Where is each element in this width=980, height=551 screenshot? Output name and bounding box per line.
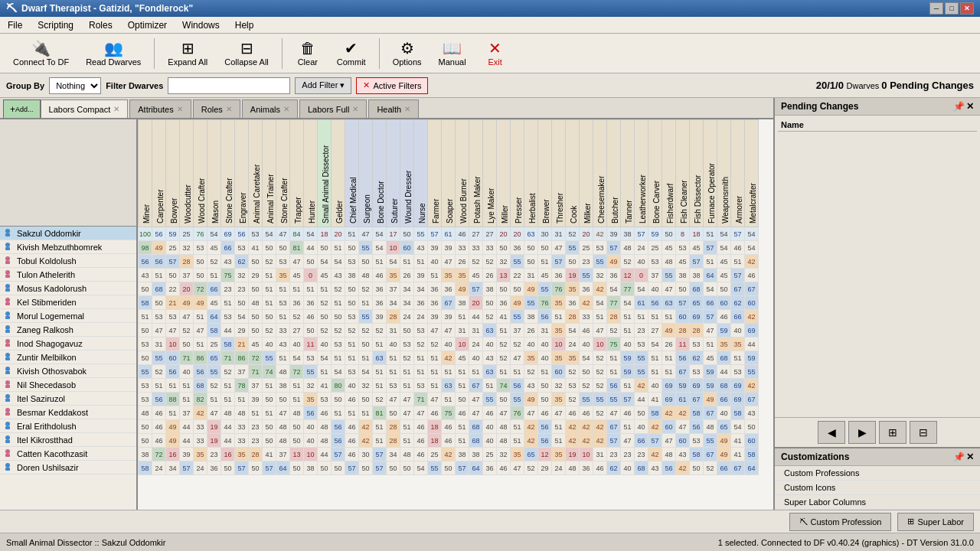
grid-cell[interactable]: 76 (538, 296, 552, 310)
grid-cell[interactable]: 34 (387, 296, 400, 310)
col-header-weaponsmith[interactable]: Weaponsmith (717, 120, 731, 227)
grid-cell[interactable]: 56 (332, 420, 345, 434)
grid-cell[interactable]: 23 (580, 255, 593, 269)
grid-cell[interactable]: 53 (690, 434, 704, 448)
grid-cell[interactable]: 47 (552, 241, 566, 255)
grid-cell[interactable]: 32 (180, 241, 194, 255)
grid-cell[interactable]: 56 (152, 393, 166, 406)
grid-cell[interactable]: 42 (745, 379, 759, 393)
grid-cell[interactable]: 54 (414, 461, 428, 475)
grid-cell[interactable]: 34 (414, 282, 428, 296)
grid-cell[interactable]: 48 (497, 420, 511, 434)
grid-cell[interactable]: 51 (456, 434, 469, 448)
col-header-miner[interactable]: Miner (139, 120, 152, 227)
grid-cell[interactable]: 50 (745, 420, 759, 434)
grid-cell[interactable]: 51 (290, 379, 304, 393)
grid-cell[interactable]: 31 (152, 337, 166, 351)
grid-cell[interactable]: 46 (414, 434, 428, 448)
grid-cell[interactable]: 50 (359, 255, 373, 269)
grid-cell[interactable]: 53 (152, 310, 166, 324)
grid-cell[interactable]: 54 (566, 324, 580, 337)
grid-cell[interactable]: 42 (580, 420, 593, 434)
grid-cell[interactable]: 42 (580, 296, 593, 310)
grid-cell[interactable]: 28 (387, 434, 400, 448)
col-header-gelder[interactable]: Gelder (332, 120, 345, 227)
grid-cell[interactable]: 36 (442, 282, 456, 296)
grid-cell[interactable]: 47 (662, 434, 676, 448)
grid-cell[interactable]: 57 (180, 461, 194, 475)
grid-cell[interactable]: 53 (387, 379, 400, 393)
grid-cell[interactable]: 57 (648, 434, 662, 448)
grid-cell[interactable]: 63 (483, 365, 497, 379)
grid-cell[interactable]: 53 (139, 393, 152, 406)
grid-cell[interactable]: 42 (524, 434, 538, 448)
grid-cell[interactable]: 50 (263, 420, 276, 434)
grid-cell[interactable]: 51 (194, 337, 207, 351)
grid-cell[interactable]: 42 (635, 379, 648, 393)
col-header-tanner[interactable]: Tanner (621, 120, 635, 227)
grid-cell[interactable]: 47 (469, 393, 483, 406)
grid-cell[interactable]: 60 (676, 310, 690, 324)
grid-cell[interactable]: 36 (290, 296, 304, 310)
grid-cell[interactable]: 42 (194, 406, 207, 420)
grid-cell[interactable]: 18 (318, 227, 332, 241)
grid-cell[interactable]: 53 (345, 310, 359, 324)
grid-cell[interactable]: 74 (497, 379, 511, 393)
grid-cell[interactable]: 50 (332, 310, 345, 324)
grid-cell[interactable]: 37 (180, 269, 194, 282)
grid-cell[interactable]: 11 (676, 337, 690, 351)
grid-cell[interactable]: 67 (745, 393, 759, 406)
col-header-furnace-operator[interactable]: Furnace Operator (704, 120, 717, 227)
col-header-presser[interactable]: Presser (511, 120, 524, 227)
grid-cell[interactable]: 39 (442, 310, 456, 324)
dwarf-row[interactable]: Inod Shagogavuz (0, 337, 136, 350)
grid-cell[interactable]: 53 (318, 393, 332, 406)
grid-cell[interactable]: 46 (304, 310, 318, 324)
grid-cell[interactable]: 40 (731, 324, 745, 337)
grid-cell[interactable]: 66 (717, 393, 731, 406)
active-filters-button[interactable]: ✕ Active Filters (356, 77, 428, 94)
grid-cell[interactable]: 48 (318, 420, 332, 434)
close-button[interactable]: ✕ (960, 2, 974, 15)
grid-cell[interactable]: 50 (304, 255, 318, 269)
grid-cell[interactable]: 51 (552, 434, 566, 448)
grid-cell[interactable]: 33 (276, 324, 290, 337)
grid-cell[interactable]: 32 (552, 379, 566, 393)
grid-cell[interactable]: 65 (524, 448, 538, 461)
dwarf-row[interactable]: Tulon Athelerith (0, 268, 136, 282)
grid-cell[interactable]: 51 (359, 406, 373, 420)
grid-cell[interactable]: 46 (580, 406, 593, 420)
grid-cell[interactable]: 25 (166, 241, 180, 255)
grid-cell[interactable]: 69 (662, 393, 676, 406)
grid-cell[interactable]: 52 (318, 296, 332, 310)
grid-cell[interactable]: 50 (318, 241, 332, 255)
grid-cell[interactable]: 98 (139, 241, 152, 255)
grid-cell[interactable]: 51 (704, 337, 717, 351)
grid-cell[interactable]: 33 (580, 310, 593, 324)
grid-cell[interactable]: 47 (469, 406, 483, 420)
grid-cell[interactable]: 52 (207, 379, 221, 393)
grid-cell[interactable]: 42 (580, 434, 593, 448)
grid-cell[interactable]: 48 (566, 461, 580, 475)
grid-cell[interactable]: 50 (345, 241, 359, 255)
grid-cell[interactable]: 38 (456, 296, 469, 310)
grid-cell[interactable]: 52 (359, 282, 373, 296)
grid-cell[interactable]: 51 (497, 365, 511, 379)
grid-cell[interactable]: 55 (607, 393, 621, 406)
grid-cell[interactable]: 59 (745, 351, 759, 365)
grid-cell[interactable]: 34 (400, 296, 414, 310)
grid-cell[interactable]: 51 (332, 296, 345, 310)
grid-cell[interactable]: 55 (538, 282, 552, 296)
grid-cell[interactable]: 66 (207, 282, 221, 296)
grid-cell[interactable]: 28 (676, 324, 690, 337)
grid-cell[interactable]: 56 (166, 365, 180, 379)
grid-cell[interactable]: 36 (607, 269, 621, 282)
super-labor-columns-item[interactable]: Super Labor Columns (775, 495, 980, 510)
grid-cell[interactable]: 39 (428, 241, 442, 255)
grid-cell[interactable]: 46 (593, 461, 607, 475)
grid-cell[interactable]: 36 (566, 296, 580, 310)
grid-cell[interactable]: 47 (442, 255, 456, 269)
dwarf-row[interactable]: Tobul Koldolush (0, 254, 136, 268)
grid-cell[interactable]: 52 (524, 461, 538, 475)
grid-cell[interactable]: 48 (318, 434, 332, 448)
